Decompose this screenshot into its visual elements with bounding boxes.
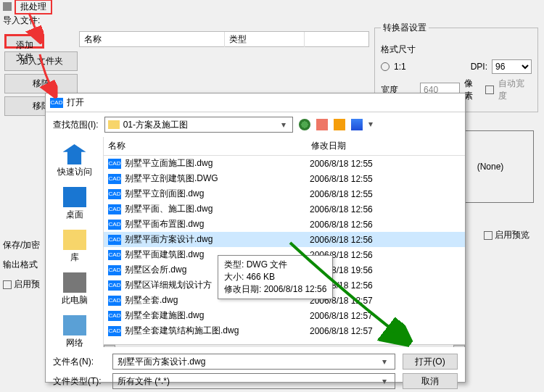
green-arrow-annotation [0,0,544,392]
